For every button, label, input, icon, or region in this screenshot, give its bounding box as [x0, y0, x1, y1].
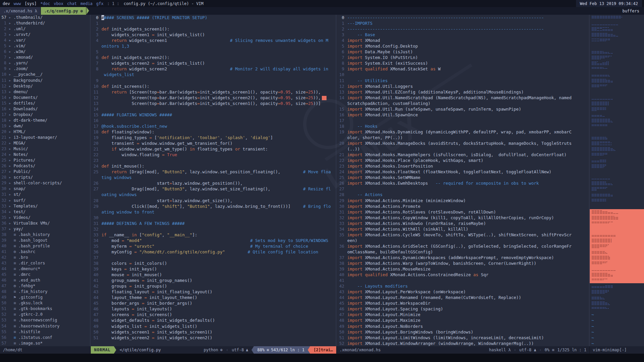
- tree-item[interactable]: 17▸ Dropbox/: [0, 112, 90, 118]
- code-line[interactable]: 40 mouse = init_mouse(): [91, 272, 336, 278]
- tree-item[interactable]: 23▸ Music/: [0, 146, 90, 152]
- code-line[interactable]: 42 -- Layouts modifiers: [337, 283, 589, 289]
- tree-item[interactable]: 13▸ dmenu/: [0, 89, 90, 95]
- code-line[interactable]: widgets_list: [91, 72, 336, 77]
- tree-item[interactable]: 57 ≡ .image.so*: [0, 341, 90, 346]
- tree-item[interactable]: 4▸ .var/: [0, 38, 90, 43]
- code-line[interactable]: 35 myTerm = "urxvtc" # My terminal of ch…: [91, 243, 336, 249]
- code-line[interactable]: 10def init_screens():: [91, 83, 336, 89]
- code-line[interactable]: 42 groups = init_groups(): [91, 283, 336, 289]
- code-line[interactable]: 27: [337, 186, 589, 192]
- code-line[interactable]: 41 group_names = init_group_names(): [91, 278, 336, 283]
- tree-item[interactable]: 20▸ HTML/: [0, 129, 90, 135]
- code-line[interactable]: 5import XMonad.Config.Desktop: [337, 43, 589, 49]
- code-line[interactable]: 30import XMonad.Actions.Promote: [337, 203, 589, 209]
- code-line[interactable]: 37import XMonad.Actions.DynamicWorkspace…: [337, 255, 589, 260]
- tree-item[interactable]: 11▸ Backgrounds/: [0, 78, 90, 83]
- tree-item[interactable]: 2▸ .uml/: [0, 26, 90, 32]
- code-line[interactable]: 24def init_mouse():: [91, 163, 336, 169]
- code-line[interactable]: 49 widgets_list = init_widgets_list(): [91, 323, 336, 329]
- tree-item[interactable]: 57▸ .thumbnails/: [0, 15, 90, 20]
- code-line[interactable]: ScratchpadAction, customFloating): [337, 101, 589, 106]
- code-line[interactable]: 33if __name__ in ["config", "__main__"]:: [91, 232, 336, 238]
- workspace-doc[interactable]: *doc: [40, 1, 51, 6]
- code-line[interactable]: 6def init_widgets_screen2():: [91, 55, 336, 60]
- code-line[interactable]: 28 -- Actions: [337, 192, 589, 197]
- workspace-media[interactable]: media: [80, 1, 93, 6]
- tree-item[interactable]: 9▸ .zoom/: [0, 66, 90, 72]
- code-line[interactable]: 12 Screen(top=bar.Bar(widgets=init_widge…: [91, 95, 336, 101]
- code-line[interactable]: 39 keys = init_keys(): [91, 266, 336, 272]
- code-line[interactable]: 4import XMonad: [337, 38, 589, 43]
- code-line[interactable]: 8 return widgets_screen2 # Monitor 2 wil…: [91, 66, 336, 72]
- tree-item[interactable]: 6▸ .w3m/: [0, 49, 90, 55]
- code-line[interactable]: 43 floating_layout = init_floating_layou…: [91, 289, 336, 295]
- editor-pane-xmonad-hs[interactable]: 0---------------------------------------…: [337, 15, 589, 346]
- minimap-pane[interactable]: ⠿⠿⠿⠿⠿⠿⠿⠿⠿⠿⠿⠂⣀⣀⣀⣀⣀⣀⣀⣀⣀⣀⣿⣿⣛⣛⣭⣭⣥⣤⣿⣿⣿⣿⣿⣿⣶⣶⣤⣀…: [590, 15, 644, 346]
- code-line[interactable]: onitors 1,3: [91, 43, 336, 49]
- code-line[interactable]: 14: [91, 106, 336, 112]
- code-line[interactable]: 45 border_args = init_border_args(): [91, 300, 336, 306]
- code-line[interactable]: 2---------------------------------------…: [337, 26, 589, 32]
- nerdtree-pane[interactable]: 57▸ .thumbnails/1▸ .thunderbird/2▸ .uml/…: [0, 15, 90, 346]
- tree-item[interactable]: 49 ⚑ .gitconfig: [0, 295, 90, 300]
- code-line[interactable]: 9import qualified XMonad.StackSet as W: [337, 66, 589, 72]
- tree-item[interactable]: 30▸ snap/: [0, 186, 90, 192]
- code-line[interactable]: 32import XMonad.Actions.CopyWindow (kill…: [337, 215, 589, 221]
- tree-item[interactable]: 24▸ Notes/: [0, 152, 90, 158]
- code-line[interactable]: 28 start=lazy.window.get_size()),: [91, 198, 336, 203]
- code-line[interactable]: 15import XMonad.Util.Run (safeSpawn, uns…: [337, 106, 589, 112]
- tree-item[interactable]: 50 ≡ .gksu.lock: [0, 300, 90, 306]
- workspace-vbox[interactable]: vbox: [53, 1, 64, 6]
- tree-item[interactable]: 19▸ dwm/: [0, 123, 90, 129]
- code-line[interactable]: 30: [91, 215, 336, 221]
- code-line[interactable]: 27 Drag([mod], "Button3", lazy.window.se…: [91, 186, 336, 192]
- code-line[interactable]: 13 Screen(top=bar.Bar(widgets=init_widge…: [91, 101, 336, 106]
- tree-item[interactable]: 48 ≡ .fim_history: [0, 289, 90, 295]
- code-line[interactable]: 3 -- Base: [337, 32, 589, 38]
- tree-item[interactable]: 41 ⚙ .bashrc: [0, 249, 90, 255]
- code-line[interactable]: 35import XMonad.Actions.CycleWS (moveTo,…: [337, 232, 589, 238]
- tree-item[interactable]: 7▸ .xmonad/: [0, 55, 90, 60]
- code-line[interactable]: 31import XMonad.Actions.RotSlaves (rotSl…: [337, 209, 589, 215]
- code-line[interactable]: 2def init_widgets_screen1():: [91, 26, 336, 32]
- tree-item[interactable]: 15▸ dotfiles/: [0, 101, 90, 106]
- code-line[interactable]: 19 floating_types = ['notification', 'to…: [91, 135, 336, 140]
- code-line[interactable]: 38 colors = init_colors(): [91, 260, 336, 266]
- code-line[interactable]: 25 return [Drag([mod], "Button1", lazy.w…: [91, 169, 336, 175]
- workspace-www[interactable]: www: [13, 1, 22, 6]
- tree-item[interactable]: 34▸ test/: [0, 209, 90, 215]
- code-line[interactable]: 0---------------------------------------…: [337, 15, 589, 20]
- code-line[interactable]: 23import XMonad.Hooks.InsertPosition: [337, 163, 589, 169]
- tree-item[interactable]: 46 ≡ .esd_auth: [0, 278, 90, 283]
- code-line[interactable]: 29 Click([mod, "shift"], "Button1", lazy…: [91, 203, 336, 209]
- code-line[interactable]: 32: [91, 226, 336, 232]
- code-line[interactable]: 26 start=lazy.window.get_position()),: [91, 180, 336, 186]
- code-line[interactable]: 8import System.Exit (exitSuccess): [337, 60, 589, 66]
- code-line[interactable]: 48import XMonad.Layout.Maximize: [337, 317, 589, 323]
- code-line[interactable]: 31##### DEFINING A FEW THINGS #####: [91, 221, 336, 226]
- tab-.c-q-config.py[interactable]: .c/q/config.py⊕: [41, 7, 86, 15]
- code-line[interactable]: 0##### SCREENS ##### (TRIPLE MONITOR SET…: [91, 15, 336, 20]
- code-line[interactable]: 7import System.IO (hPutStrLn): [337, 55, 589, 60]
- code-line[interactable]: 29import XMonad.Actions.Minimize (minimi…: [337, 198, 589, 203]
- code-line[interactable]: 23: [91, 158, 336, 163]
- tree-item[interactable]: 40 ≡ .bash_profile: [0, 243, 90, 249]
- tree-item[interactable]: 3▸ .urxvt/: [0, 32, 90, 38]
- tree-item[interactable]: 8▸ .yarn/: [0, 60, 90, 66]
- code-line[interactable]: 22import XMonad.Hooks.Place (placeHook, …: [337, 158, 589, 163]
- tree-item[interactable]: 16▸ Downloads/: [0, 106, 90, 112]
- code-line[interactable]: 52import XMonad.Layout.WindowArranger (w…: [337, 341, 589, 346]
- tree-item[interactable]: 14▸ Documents/: [0, 95, 90, 101]
- code-line[interactable]: 51import XMonad.Layout.LimitWindows (lim…: [337, 335, 589, 341]
- code-line[interactable]: 1: [91, 20, 336, 26]
- code-line[interactable]: een): [337, 238, 589, 243]
- code-line[interactable]: 16import XMonad.Util.SpawnOnce: [337, 112, 589, 118]
- code-line[interactable]: 20 transient = window.window.get_wm_tran…: [91, 140, 336, 146]
- workspace-gfx[interactable]: gfx: [95, 1, 104, 6]
- tree-item[interactable]: 52 ≡ .gtkrc-2.0: [0, 312, 90, 317]
- code-line[interactable]: ting windows: [91, 175, 336, 180]
- tree-item[interactable]: 54 ≡ .haxornewshistory: [0, 323, 90, 329]
- code-line[interactable]: olor, shorten, PP(..)): [337, 135, 589, 140]
- tree-item[interactable]: 44 ≡ .dmenurc*: [0, 266, 90, 272]
